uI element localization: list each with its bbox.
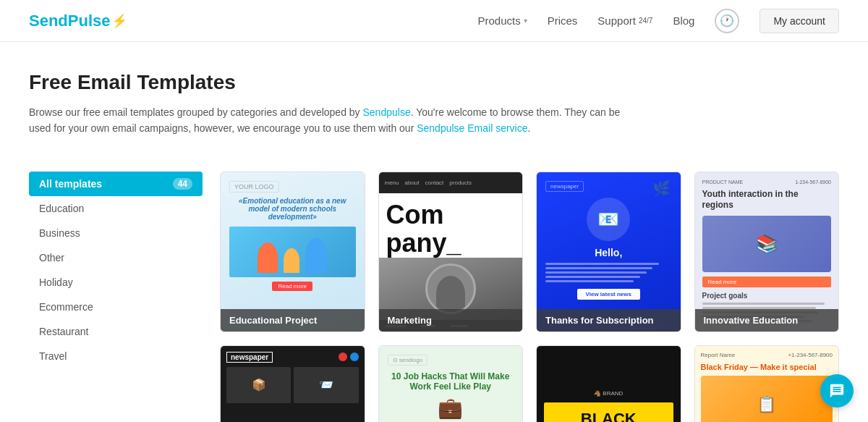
nav-blog[interactable]: Blog [673, 14, 694, 27]
page-title: Free Email Templates [29, 71, 839, 94]
sendpulse-email-link[interactable]: Sendpulse Email service [417, 122, 527, 134]
main-nav: Products ▾ Prices Support24/7 Blog 🕐 My … [477, 9, 839, 33]
logo-icon: ⚡ [111, 13, 127, 29]
sendpulse-link[interactable]: Sendpulse [363, 106, 411, 118]
sidebar-item-travel[interactable]: Travel [29, 344, 203, 368]
sidebar-item-holiday[interactable]: Holiday [29, 270, 203, 295]
template-thumb-innovative: PRODUCT NAME 1-234-567-8900 Youth intera… [695, 172, 839, 332]
template-card-jobhacks[interactable]: ⊙ sendlogo 10 Job Hacks That Will Make W… [378, 345, 524, 422]
sidebar-item-all-templates[interactable]: All templates 44 [29, 172, 203, 196]
sidebar: All templates 44 Education Business Othe… [29, 172, 203, 422]
chevron-down-icon: ▾ [524, 17, 527, 25]
template-card-educational[interactable]: YOUR LOGO «Emotional education as a new … [220, 172, 365, 332]
template-thumb-jobhacks: ⊙ sendlogo 10 Job Hacks That Will Make W… [379, 346, 523, 422]
page-description: Browse our free email templates grouped … [29, 104, 622, 137]
chat-icon [829, 383, 845, 399]
my-account-button[interactable]: My account [760, 9, 839, 33]
clock-icon[interactable]: 🕐 [715, 9, 739, 33]
template-thumb-marketing: menuaboutcontactproducts Company_ [379, 172, 523, 332]
nav-products[interactable]: Products ▾ [477, 14, 527, 27]
sidebar-item-other[interactable]: Other [29, 245, 203, 270]
sidebar-item-ecommerce[interactable]: Ecommerce [29, 295, 203, 319]
template-card-innovative[interactable]: PRODUCT NAME 1-234-567-8900 Youth intera… [694, 172, 840, 332]
main-layout: All templates 44 Education Business Othe… [0, 172, 868, 422]
chat-widget[interactable] [820, 374, 854, 408]
logo[interactable]: SendPulse ⚡ [29, 12, 127, 30]
template-thumb-newspaper: newspaper 📦 📨 📊 💼 [221, 346, 365, 422]
nav-support[interactable]: Support24/7 [597, 14, 652, 27]
logo-text: SendPulse [29, 12, 110, 30]
nav-prices[interactable]: Prices [548, 14, 578, 27]
templates-grid: YOUR LOGO «Emotional education as a new … [220, 172, 839, 422]
sidebar-item-restaurant[interactable]: Restaurant [29, 319, 203, 344]
template-card-marketing[interactable]: menuaboutcontactproducts Company_ Mark [378, 172, 524, 332]
header: SendPulse ⚡ Products ▾ Prices Support24/… [0, 0, 868, 42]
template-thumb-subscription: newspaper 📧 Hello, View latest news 🌿 [537, 172, 681, 332]
template-card-report[interactable]: Report Name +1-234-567-8900 Black Friday… [694, 345, 840, 422]
all-templates-badge: 44 [173, 178, 192, 190]
template-label-innovative: Innovative Education [695, 309, 839, 332]
template-card-subscription[interactable]: newspaper 📧 Hello, View latest news 🌿 Th… [536, 172, 681, 332]
sidebar-item-business[interactable]: Business [29, 221, 203, 245]
template-thumb-report: Report Name +1-234-567-8900 Black Friday… [695, 346, 839, 422]
page-content: Free Email Templates Browse our free ema… [0, 42, 868, 172]
template-label-marketing: Marketing [379, 309, 523, 332]
sidebar-item-education[interactable]: Education [29, 196, 203, 221]
template-label-subscription: Thanks for Subscription [537, 309, 681, 332]
template-card-blackfriday[interactable]: 🐴 BRAND BLACKFRIDAY November 23 Black Fr… [536, 345, 681, 422]
template-thumb-educational: YOUR LOGO «Emotional education as a new … [221, 172, 365, 332]
template-thumb-blackfriday: 🐴 BRAND BLACKFRIDAY November 23 [537, 346, 681, 422]
template-label-educational: Educational Project [221, 309, 365, 332]
template-card-newspaper[interactable]: newspaper 📦 📨 📊 💼 Newspaper [220, 345, 365, 422]
